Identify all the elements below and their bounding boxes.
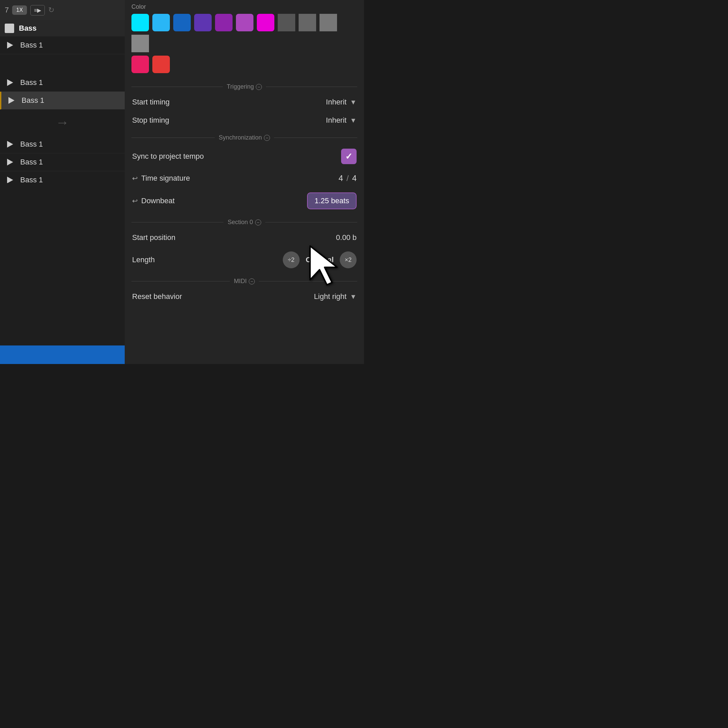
- track-label: Bass 1: [20, 41, 43, 49]
- reset-behavior-dropdown[interactable]: Light right ▼: [314, 292, 356, 301]
- section0-label: Section 0 −: [228, 219, 261, 226]
- color-section: Color: [125, 0, 364, 78]
- track-label: Bass 1: [20, 78, 43, 87]
- play-button[interactable]: [5, 77, 15, 88]
- track-label: Bass 1: [20, 158, 43, 167]
- play-button[interactable]: [5, 40, 15, 50]
- color-swatch-gray[interactable]: [278, 14, 295, 31]
- start-position-label: Start position: [132, 233, 175, 242]
- play-triangle-icon: [7, 159, 13, 165]
- bottom-blue-bar: [0, 346, 125, 364]
- divider-line: [259, 281, 357, 281]
- reset-behavior-label: Reset behavior: [132, 292, 182, 301]
- length-divide-button[interactable]: ÷2: [283, 251, 300, 268]
- color-swatch[interactable]: [132, 14, 149, 31]
- play-triangle-icon: [7, 177, 13, 183]
- sync-tempo-row: Sync to project tempo ✓: [125, 144, 364, 169]
- top-bar: 7 1X ≡▶ ↻: [0, 0, 125, 20]
- collapse-button[interactable]: −: [249, 278, 255, 284]
- chevron-down-icon: ▼: [350, 116, 356, 124]
- start-timing-label: Start timing: [132, 98, 170, 107]
- play-triangle-icon: [7, 42, 13, 49]
- length-controls: ÷2 Original ×2: [283, 251, 356, 268]
- play-button[interactable]: [5, 139, 15, 150]
- divider-line: [132, 138, 215, 138]
- 1x-button[interactable]: 1X: [12, 5, 27, 15]
- color-swatch[interactable]: [152, 56, 170, 73]
- triggering-section-label: Triggering −: [227, 83, 262, 90]
- time-sig-label-group: ↩ Time signature: [132, 174, 190, 183]
- sync-arrow-icon: ↩: [132, 197, 138, 205]
- empty-row: [0, 54, 125, 74]
- color-swatch[interactable]: [215, 14, 232, 31]
- triggering-divider: Triggering −: [125, 83, 364, 90]
- stop-timing-label: Stop timing: [132, 116, 169, 125]
- play-button[interactable]: [5, 174, 15, 183]
- color-swatch-gray[interactable]: [298, 14, 316, 31]
- track-label: Bass 1: [20, 176, 43, 183]
- time-sig-numerator: 4: [339, 174, 343, 183]
- track-list: Bass Bass 1 Bass 1: [0, 20, 125, 183]
- track-label: Bass 1: [21, 96, 44, 105]
- color-swatch-gray[interactable]: [132, 35, 149, 52]
- play-triangle-icon: [7, 141, 13, 148]
- stop-timing-dropdown[interactable]: Inherit ▼: [326, 116, 356, 125]
- play-button[interactable]: [6, 95, 17, 106]
- redo-button[interactable]: ↻: [48, 6, 54, 14]
- track-item-active[interactable]: Bass 1: [0, 92, 125, 110]
- sync-arrow-icon: ↩: [132, 174, 138, 182]
- track-item[interactable]: Bass 1: [0, 74, 125, 92]
- time-signature-value[interactable]: 4 / 4: [339, 174, 356, 183]
- divider-line: [266, 87, 357, 87]
- collapse-button[interactable]: −: [264, 135, 270, 141]
- track-item[interactable]: Bass 1: [0, 37, 125, 54]
- color-swatch-gray[interactable]: [320, 14, 337, 31]
- track-item[interactable]: Bass 1: [0, 136, 125, 153]
- length-value: Original: [306, 255, 334, 264]
- chevron-down-icon: ▼: [350, 98, 356, 106]
- color-swatch[interactable]: [173, 14, 191, 31]
- track-item[interactable]: Bass 1: [0, 171, 125, 183]
- downbeat-label: Downbeat: [141, 196, 174, 205]
- color-label: Color: [132, 3, 357, 11]
- divider-line: [132, 281, 230, 281]
- collapse-button[interactable]: −: [256, 84, 262, 90]
- right-panel: Color Tr: [125, 0, 364, 364]
- color-swatch[interactable]: [194, 14, 212, 31]
- track-group-bass[interactable]: Bass: [0, 20, 125, 37]
- sync-tempo-checkbox[interactable]: ✓: [341, 148, 356, 164]
- color-swatch[interactable]: [152, 14, 170, 31]
- downbeat-value[interactable]: 1.25 beats: [307, 193, 356, 209]
- section0-divider: Section 0 −: [125, 219, 364, 226]
- checkmark-icon: ✓: [345, 151, 353, 162]
- color-swatch[interactable]: [236, 14, 254, 31]
- bottom-spacer: [0, 183, 125, 346]
- play-button[interactable]: [5, 157, 15, 168]
- start-position-row: Start position 0.00 b: [125, 228, 364, 247]
- start-position-value[interactable]: 0.00 b: [336, 233, 356, 242]
- divider-line: [274, 138, 357, 138]
- divider-line: [132, 87, 223, 87]
- group-label: Bass: [19, 24, 37, 33]
- track-item[interactable]: Bass 1: [0, 153, 125, 171]
- time-sig-slash: /: [346, 174, 349, 183]
- color-swatch[interactable]: [132, 56, 149, 73]
- divider-line: [265, 222, 357, 222]
- group-color-square: [5, 24, 14, 33]
- play-triangle-icon: [8, 97, 14, 104]
- length-multiply-button[interactable]: ×2: [340, 251, 356, 268]
- midi-section-label: MIDI −: [234, 278, 255, 285]
- arrow-row: →: [0, 110, 125, 136]
- color-row-2: [132, 56, 357, 73]
- length-label: Length: [132, 255, 155, 264]
- time-sig-denominator: 4: [352, 174, 356, 183]
- time-signature-row: ↩ Time signature 4 / 4: [125, 169, 364, 188]
- stop-timing-row: Stop timing Inherit ▼: [125, 111, 364, 129]
- collapse-button[interactable]: −: [255, 219, 261, 225]
- midi-divider: MIDI −: [125, 278, 364, 285]
- color-swatch[interactable]: [257, 14, 274, 31]
- downbeat-row: ↩ Downbeat 1.25 beats: [125, 188, 364, 214]
- start-timing-dropdown[interactable]: Inherit ▼: [326, 98, 356, 107]
- arrow-right-icon: →: [56, 115, 69, 130]
- list-button[interactable]: ≡▶: [30, 5, 45, 15]
